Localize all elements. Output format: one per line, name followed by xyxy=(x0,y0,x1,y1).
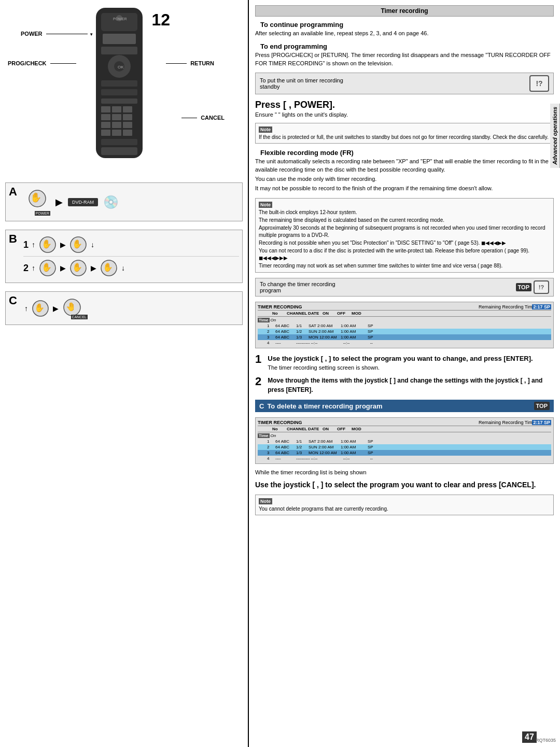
svg-text:✋: ✋ xyxy=(34,303,45,313)
step-b-row2: 2 ↑ ✋ ▶ ✋ ▶ ✋ ↓ xyxy=(23,257,239,279)
timer-table2-recording-label: TIMER RECORDING xyxy=(258,420,302,425)
header-title: Timer recording xyxy=(381,7,428,15)
timer-table2-rows: NoCHANNELDATEONOFFMODTime On164 ABC1/1SA… xyxy=(258,427,551,461)
step-b1-right-arrow: ▶ xyxy=(60,241,66,249)
timer-table1-rows: NoCHANNELDATEONOFFMODTime On164 ABC1/1SA… xyxy=(258,311,551,346)
step-b2-right-arrow2: ▶ xyxy=(91,264,96,272)
svg-rect-19 xyxy=(112,122,121,128)
step-a-arrow: ▶ xyxy=(55,196,63,208)
progcheck-label: PROG/CHECK xyxy=(8,60,76,67)
step2-number: 2 xyxy=(255,376,261,387)
continue-body: After selecting an available line, repea… xyxy=(255,30,554,37)
svg-rect-24 xyxy=(101,139,137,145)
note3-box: Note You cannot delete programs that are… xyxy=(255,495,554,515)
svg-rect-20 xyxy=(123,122,132,128)
note2-box: Note The built-in clock employs 12-hour … xyxy=(255,198,554,273)
step-c-up-arrow: ↑ xyxy=(24,304,28,313)
step-b-letter: B xyxy=(9,232,17,246)
svg-rect-14 xyxy=(123,106,132,112)
end-body: Press [PROG/CHECK] or [RETURN]. The time… xyxy=(255,51,554,67)
step-b2-joystick1: ✋ xyxy=(38,259,57,277)
cancel-label: CANCEL xyxy=(181,114,225,121)
press-power-heading: Press [ , POWER]. xyxy=(255,100,554,110)
timer-table1-remaining: Remaining Recording Tim 2:17 SP xyxy=(479,304,551,309)
end-heading: To end programming xyxy=(255,43,554,50)
svg-rect-16 xyxy=(112,114,121,120)
standby-line1: To put the unit on timer recording xyxy=(260,77,343,83)
step-b1-num: 1 xyxy=(23,239,29,250)
svg-rect-23 xyxy=(123,130,132,136)
change-timer-icon: TOP !? xyxy=(516,280,549,294)
timer-table2: TIMER RECORDING Remaining Recording Tim … xyxy=(255,417,554,464)
timer-table2-remaining: Remaining Recording Tim 2:17 SP xyxy=(479,420,551,425)
svg-text:🤚: 🤚 xyxy=(66,302,76,312)
note2-lines: The built-in clock employs 12-hour syste… xyxy=(259,209,550,270)
while-shown-text: While the timer recording list is being … xyxy=(255,469,554,475)
svg-text:OK: OK xyxy=(118,65,124,69)
continue-programming-section: To continue programming After selecting … xyxy=(255,20,554,38)
step-c-joystick: ✋ xyxy=(31,299,50,318)
delete-top-label: TOP xyxy=(534,402,550,410)
change-timer-icon-box: !? xyxy=(534,280,549,294)
dvd-ram-icon: DVD-RAM xyxy=(68,198,98,206)
step-a-joystick: ✋ POWER xyxy=(24,188,50,216)
svg-rect-18 xyxy=(101,122,110,128)
standby-box: To put the unit on timer recording stand… xyxy=(255,73,554,94)
note1-box: Note If the disc is protected or full, t… xyxy=(255,123,554,144)
svg-rect-5 xyxy=(101,47,137,54)
svg-rect-11 xyxy=(101,98,137,104)
step1-text-wrap: Use the joystick [ , ] to select the pro… xyxy=(268,354,533,371)
step-a-letter: A xyxy=(9,185,17,199)
note3-label: Note xyxy=(259,498,272,504)
flexible-body3: It may not be possible to record to the … xyxy=(255,185,554,193)
step-c-arrow: ▶ xyxy=(53,304,59,313)
step-b2-right-arrow1: ▶ xyxy=(60,264,66,272)
change-timer-line1: To change the timer recording xyxy=(260,281,335,287)
return-label: RETURN xyxy=(166,60,214,67)
step-b1-joystick2: ✋ xyxy=(69,235,88,254)
step-b-section: B 1 ↑ ✋ ▶ ✋ ↓ 2 ↑ xyxy=(5,230,243,283)
svg-rect-15 xyxy=(101,114,110,120)
step-b-row1: 1 ↑ ✋ ▶ ✋ ↓ xyxy=(23,233,239,257)
remote-illustration: POWER OK xyxy=(78,5,161,167)
step-a-section: A ✋ POWER ▶ DVD-RAM 💿 xyxy=(5,182,243,221)
svg-text:✋: ✋ xyxy=(72,262,82,272)
timer-table1-recording-label: TIMER RECORDING xyxy=(258,304,302,309)
change-timer-box: To change the timer recording program TO… xyxy=(255,278,554,297)
step-b1-down-arrow: ↓ xyxy=(91,241,94,249)
page-number: 47 xyxy=(522,731,537,743)
step2-section: 2 Move through the items with the joysti… xyxy=(255,376,554,394)
note1-text: If the disc is protected or full, the un… xyxy=(259,134,550,141)
step-b2-joystick2: ✋ xyxy=(69,259,88,277)
step-a-disc-icon: 💿 xyxy=(103,195,119,209)
svg-rect-13 xyxy=(112,106,121,112)
step2-main: Move through the items with the joystick… xyxy=(268,376,554,394)
svg-rect-4 xyxy=(103,34,136,44)
end-programming-section: To end programming Press [PROG/CHECK] or… xyxy=(255,41,554,68)
step1-sub: The timer recording setting screen is sh… xyxy=(268,364,533,371)
timer-table2-divider xyxy=(258,426,551,426)
svg-rect-10 xyxy=(101,89,137,95)
standby-line2: standby xyxy=(260,83,343,90)
flexible-section: Flexible recording mode (FR) The unit au… xyxy=(255,148,554,194)
flexible-body2: You can use the mode only with timer rec… xyxy=(255,175,554,184)
power-label: POWER ▼ xyxy=(21,30,93,37)
standby-icon: !? xyxy=(529,75,549,92)
svg-rect-9 xyxy=(101,80,137,87)
step1-number: 1 xyxy=(255,354,261,365)
step1-main: Use the joystick [ , ] to select the pro… xyxy=(268,354,533,364)
change-timer-text: To change the timer recording program xyxy=(260,281,335,293)
step-a-content: ✋ POWER ▶ DVD-RAM 💿 xyxy=(9,186,239,218)
step-b1-up-arrow: ↑ xyxy=(32,241,35,249)
step-c-content: ↑ ✋ ▶ 🤚 CANCEL xyxy=(9,295,239,321)
timer-table1: TIMER RECORDING Remaining Recording Tim … xyxy=(255,302,554,348)
step-b-inner: 1 ↑ ✋ ▶ ✋ ↓ 2 ↑ ✋ xyxy=(23,233,239,279)
timer-table1-header-row: TIMER RECORDING Remaining Recording Tim … xyxy=(258,304,551,309)
svg-text:✋: ✋ xyxy=(41,262,52,272)
advanced-ops-label: Advanced operations xyxy=(550,104,560,168)
step1-section: 1 Use the joystick [ , ] to select the p… xyxy=(255,354,554,371)
press-power-section: Press [ , POWER]. Ensure " " lights on t… xyxy=(255,98,554,119)
svg-rect-12 xyxy=(101,106,110,112)
left-panel: 12 POWER OK xyxy=(0,0,249,747)
timer-table2-header-row: TIMER RECORDING Remaining Recording Tim … xyxy=(258,420,551,425)
